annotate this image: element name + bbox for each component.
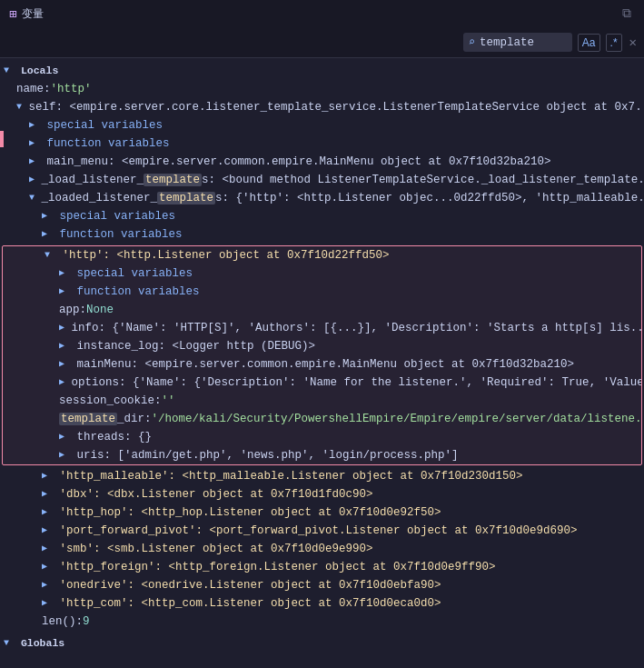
http-listener-label: 'http': <http.Listener object at 0x7f10d… — [55, 247, 390, 264]
mainmenu-chevron — [59, 356, 70, 373]
name-http-row: name: 'http' — [0, 80, 644, 98]
http-listener-row[interactable]: 'http': <http.Listener object at 0x7f10d… — [3, 246, 641, 264]
http-com-row[interactable]: 'http_com': <http_com.Listener object at… — [0, 594, 644, 613]
load-listener-row[interactable]: _load_listener_templates: <bound method … — [0, 171, 644, 189]
globals-label: Globals — [15, 635, 64, 652]
function-vars-2-chevron — [42, 226, 53, 243]
dbx-row[interactable]: 'dbx': <dbx.Listener object at 0x7f10d1f… — [0, 485, 644, 503]
http-listener-chevron — [45, 247, 55, 264]
smb-label: 'smb': <smb.Listener object at 0x7f10d0e… — [53, 541, 373, 557]
function-vars-2-row[interactable]: function variables — [0, 225, 644, 244]
template-dir-row: template_dir: '/home/kali/Security/Power… — [3, 410, 641, 428]
instance-log-row[interactable]: instance_log: <Logger http (DEBUG)> — [3, 337, 641, 355]
special-vars-1-label: special variables — [40, 117, 163, 134]
port-forward-row[interactable]: 'port_forward_pivot': <port_forward_pivo… — [0, 522, 644, 540]
function-vars-1-row[interactable]: function variables — [0, 135, 644, 153]
title-bar-label: 变量 — [22, 6, 44, 22]
main-menu-label: main_menu: <empire.server.common.empire.… — [40, 154, 551, 170]
http-malleable-label: 'http_malleable': <http_malleable.Listen… — [53, 468, 523, 484]
case-sensitive-button[interactable]: Aa — [578, 34, 600, 52]
app-value: None — [86, 302, 114, 318]
uris-row[interactable]: uris: ['admin/get.php', 'news.php', 'log… — [3, 446, 641, 464]
regex-button[interactable]: .* — [606, 34, 622, 52]
left-marker — [0, 131, 4, 147]
locals-section-header[interactable]: Locals — [0, 62, 644, 80]
smb-chevron — [42, 541, 53, 557]
search-input-wrapper: ⌕ template — [463, 33, 572, 52]
http-listener-box: 'http': <http.Listener object at 0x7f10d… — [2, 245, 642, 465]
special-vars-3-label: special variables — [70, 265, 193, 282]
close-search-button[interactable]: ✕ — [629, 35, 637, 50]
variables-icon: ⊞ — [9, 6, 16, 22]
function-vars-1-chevron — [29, 135, 40, 152]
debug-panel[interactable]: Locals name: 'http' self: <empire.server… — [0, 58, 644, 668]
session-cookie-row: session_cookie: '' — [3, 392, 641, 410]
info-row[interactable]: info: {'Name': 'HTTP[S]', 'Authors': [{.… — [3, 319, 641, 337]
main-content: Locals name: 'http' self: <empire.server… — [0, 58, 644, 668]
name-label: name: — [16, 81, 51, 97]
name-value: 'http' — [51, 81, 92, 97]
load-listener-label: _load_listener_templates: <bound method … — [35, 172, 644, 188]
debugger-window: ⊞ 变量 ⧉ ⌕ template Aa .* ✕ Locals na — [0, 0, 644, 668]
restore-button[interactable]: ⧉ — [619, 5, 635, 23]
search-icon: ⌕ — [469, 35, 475, 49]
info-label: info: {'Name': 'HTTP[S]', 'Authors': [{.… — [64, 320, 641, 336]
mainmenu-row[interactable]: mainMenu: <empire.server.common.empire.M… — [3, 355, 641, 374]
loaded-listener-row[interactable]: _loaded_listener_templates: {'http': <ht… — [0, 189, 644, 207]
http-malleable-row[interactable]: 'http_malleable': <http_malleable.Listen… — [0, 467, 644, 485]
special-vars-1-row[interactable]: special variables — [0, 116, 644, 135]
len-label: len(): — [42, 613, 83, 630]
search-input[interactable]: template — [480, 36, 543, 49]
special-vars-1-chevron — [29, 117, 40, 134]
instance-log-label: instance_log: <Logger http (DEBUG)> — [70, 338, 315, 354]
onedrive-label: 'onedrive': <onedrive.Listener object at… — [53, 577, 441, 593]
smb-row[interactable]: 'smb': <smb.Listener object at 0x7f10d0e… — [0, 540, 644, 558]
special-vars-3-row[interactable]: special variables — [3, 264, 641, 283]
function-vars-1-label: function variables — [40, 135, 170, 152]
len-row: len(): 9 — [0, 613, 644, 631]
threads-chevron — [59, 429, 70, 445]
threads-row[interactable]: threads: {} — [3, 428, 641, 446]
locals-chevron — [4, 63, 15, 79]
http-hop-label: 'http_hop': <http_hop.Listener object at… — [53, 504, 441, 521]
instance-log-chevron — [59, 338, 70, 354]
loaded-listener-label: _loaded_listener_templates: {'http': <ht… — [35, 190, 644, 206]
title-bar-left: ⊞ 变量 — [9, 6, 44, 22]
special-vars-3-chevron — [59, 265, 70, 282]
title-bar: ⊞ 变量 ⧉ — [0, 0, 644, 27]
http-com-chevron — [42, 595, 53, 612]
app-none-row: app: None — [3, 301, 641, 319]
onedrive-chevron — [42, 577, 53, 593]
mainmenu-label: mainMenu: <empire.server.common.empire.M… — [70, 356, 574, 373]
dbx-label: 'dbx': <dbx.Listener object at 0x7f10d1f… — [53, 486, 373, 503]
template-dir-label: template_dir: — [59, 411, 152, 427]
special-vars-2-chevron — [42, 208, 53, 224]
options-row[interactable]: options: {'Name': {'Description': 'Name … — [3, 374, 641, 392]
http-hop-row[interactable]: 'http_hop': <http_hop.Listener object at… — [0, 503, 644, 522]
session-cookie-label: session_cookie: — [59, 393, 162, 409]
function-vars-3-label: function variables — [70, 284, 200, 300]
http-hop-chevron — [42, 504, 53, 521]
self-text: self: <empire.server.core.listener_templ… — [22, 99, 644, 115]
special-vars-2-row[interactable]: special variables — [0, 207, 644, 225]
http-foreign-row[interactable]: 'http_foreign': <http_foreign.Listener o… — [0, 558, 644, 576]
len-value: 9 — [83, 613, 90, 630]
onedrive-row[interactable]: 'onedrive': <onedrive.Listener object at… — [0, 576, 644, 594]
dbx-chevron — [42, 486, 53, 503]
http-foreign-label: 'http_foreign': <http_foreign.Listener o… — [53, 559, 496, 575]
self-row[interactable]: self: <empire.server.core.listener_templ… — [0, 98, 644, 116]
http-foreign-chevron — [42, 559, 53, 575]
search-bar: ⌕ template Aa .* ✕ — [0, 27, 644, 58]
http-malleable-chevron — [42, 468, 53, 484]
locals-label: Locals — [15, 63, 58, 79]
function-vars-2-label: function variables — [53, 226, 183, 243]
main-menu-row[interactable]: main_menu: <empire.server.common.empire.… — [0, 153, 644, 171]
globals-section-header[interactable]: Globals — [0, 634, 644, 653]
globals-chevron — [4, 635, 15, 652]
uris-label: uris: ['admin/get.php', 'news.php', 'log… — [70, 447, 459, 464]
function-vars-3-row[interactable]: function variables — [3, 283, 641, 301]
title-bar-right: ⧉ — [619, 5, 635, 23]
threads-label: threads: {} — [70, 429, 152, 445]
template-dir-value: '/home/kali/Security/PowershellEmpire/Em… — [152, 411, 641, 427]
uris-chevron — [59, 447, 70, 464]
